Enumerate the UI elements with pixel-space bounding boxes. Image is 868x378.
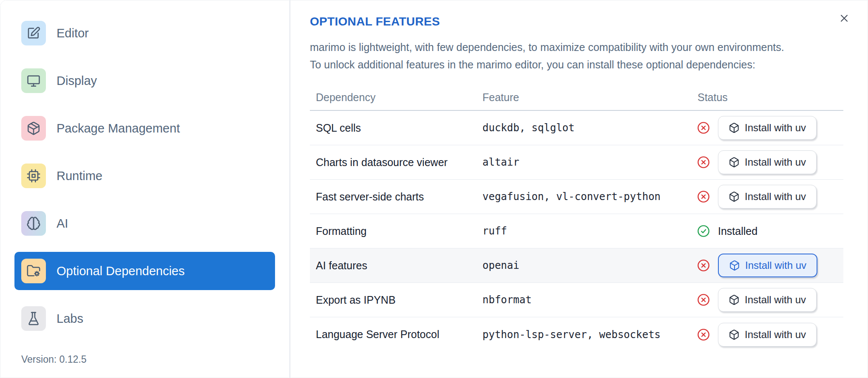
dependency-cell: AI features bbox=[310, 260, 477, 272]
dependency-cell: Fast server-side charts bbox=[310, 191, 477, 203]
table-row: SQL cells duckdb, sqlglot Install with u… bbox=[310, 111, 843, 145]
install-with-uv-button[interactable]: Install with uv bbox=[718, 150, 817, 174]
install-button-label: Install with uv bbox=[745, 260, 806, 271]
package-icon bbox=[21, 116, 46, 141]
dependencies-table: Dependency Feature Status SQL cells duck… bbox=[310, 85, 843, 352]
status-cell: Install with uv bbox=[692, 116, 843, 140]
feature-cell: altair bbox=[477, 156, 692, 168]
box-icon bbox=[729, 329, 740, 340]
sidebar-item-labs[interactable]: Labs bbox=[14, 299, 275, 338]
circle-x-icon bbox=[697, 155, 710, 169]
edit-icon bbox=[21, 21, 46, 45]
column-header-feature: Feature bbox=[477, 91, 692, 104]
cpu-icon bbox=[21, 164, 46, 188]
description-line-2: To unlock additional features in the mar… bbox=[310, 59, 755, 71]
version-label: Version: 0.12.5 bbox=[21, 354, 86, 365]
status-cell: Installed bbox=[692, 224, 843, 238]
box-icon bbox=[729, 122, 740, 133]
table-header-row: Dependency Feature Status bbox=[310, 85, 843, 111]
sidebar-item-optional-dependencies[interactable]: Optional Dependencies bbox=[14, 252, 275, 290]
sidebar-item-runtime[interactable]: Runtime bbox=[14, 157, 275, 195]
status-cell: Install with uv bbox=[692, 254, 843, 277]
install-button-label: Install with uv bbox=[745, 122, 806, 134]
dependency-cell: SQL cells bbox=[310, 122, 477, 134]
feature-cell: ruff bbox=[477, 225, 692, 237]
page-title: OPTIONAL FEATURES bbox=[310, 15, 868, 28]
circle-x-icon bbox=[697, 259, 710, 272]
table-row: Formatting ruff Installed bbox=[310, 214, 843, 248]
table-row: Fast server-side charts vegafusion, vl-c… bbox=[310, 180, 843, 214]
box-icon bbox=[729, 260, 740, 271]
circle-x-icon bbox=[697, 328, 710, 341]
install-with-uv-button[interactable]: Install with uv bbox=[718, 323, 817, 347]
install-button-label: Install with uv bbox=[745, 156, 806, 168]
sidebar-item-ai[interactable]: AI bbox=[14, 204, 275, 243]
status-cell: Install with uv bbox=[692, 288, 843, 312]
optional-features-panel: OPTIONAL FEATURES marimo is lightweight,… bbox=[290, 0, 868, 378]
column-header-dependency: Dependency bbox=[310, 91, 477, 104]
table-row: Language Server Protocol python-lsp-serv… bbox=[310, 317, 843, 352]
feature-cell: python-lsp-server, websockets bbox=[477, 329, 692, 341]
feature-cell: vegafusion, vl-convert-python bbox=[477, 191, 692, 203]
box-icon bbox=[729, 191, 740, 202]
install-with-uv-button[interactable]: Install with uv bbox=[718, 288, 817, 312]
settings-sidebar: Editor Display Package Management Runtim… bbox=[0, 0, 290, 378]
sidebar-item-editor[interactable]: Editor bbox=[14, 14, 275, 52]
feature-cell: nbformat bbox=[477, 294, 692, 306]
box-icon bbox=[729, 157, 740, 168]
install-button-label: Install with uv bbox=[745, 294, 806, 306]
close-icon bbox=[838, 19, 850, 25]
install-button-label: Install with uv bbox=[745, 191, 806, 203]
folder-gear-icon bbox=[21, 259, 46, 283]
installed-label: Installed bbox=[718, 225, 757, 237]
dependency-cell: Formatting bbox=[310, 225, 477, 237]
table-row: Charts in datasource viewer altair Insta… bbox=[310, 145, 843, 180]
close-button[interactable] bbox=[837, 11, 851, 26]
circle-x-icon bbox=[697, 190, 710, 203]
sidebar-item-package-management[interactable]: Package Management bbox=[14, 109, 275, 147]
install-with-uv-button[interactable]: Install with uv bbox=[718, 116, 817, 140]
status-cell: Install with uv bbox=[692, 150, 843, 174]
install-button-label: Install with uv bbox=[745, 329, 806, 341]
column-header-status: Status bbox=[692, 91, 843, 104]
sidebar-item-display[interactable]: Display bbox=[14, 62, 275, 100]
install-with-uv-button[interactable]: Install with uv bbox=[718, 254, 817, 277]
install-with-uv-button[interactable]: Install with uv bbox=[718, 185, 817, 209]
dependency-cell: Charts in datasource viewer bbox=[310, 156, 477, 169]
feature-cell: duckdb, sqlglot bbox=[477, 122, 692, 134]
monitor-icon bbox=[21, 68, 46, 93]
status-cell: Install with uv bbox=[692, 323, 843, 347]
description-line-1: marimo is lightweight, with few dependen… bbox=[310, 41, 784, 53]
feature-cell: openai bbox=[477, 260, 692, 271]
circle-x-icon bbox=[697, 121, 710, 135]
status-cell: Install with uv bbox=[692, 185, 843, 209]
circle-x-icon bbox=[697, 293, 710, 307]
box-icon bbox=[729, 294, 740, 305]
table-body: SQL cells duckdb, sqlglot Install with u… bbox=[310, 111, 843, 352]
table-row: Export as IPYNB nbformat Install with uv bbox=[310, 283, 843, 317]
circle-check-icon bbox=[697, 224, 710, 238]
panel-description: marimo is lightweight, with few dependen… bbox=[310, 39, 868, 73]
sidebar-nav: Editor Display Package Management Runtim… bbox=[0, 0, 289, 338]
dependency-cell: Language Server Protocol bbox=[310, 328, 477, 341]
dependency-cell: Export as IPYNB bbox=[310, 294, 477, 306]
table-row: AI features openai Install with uv bbox=[310, 248, 843, 283]
brain-icon bbox=[21, 211, 46, 236]
settings-dialog: Editor Display Package Management Runtim… bbox=[0, 0, 868, 378]
flask-icon bbox=[21, 306, 46, 331]
